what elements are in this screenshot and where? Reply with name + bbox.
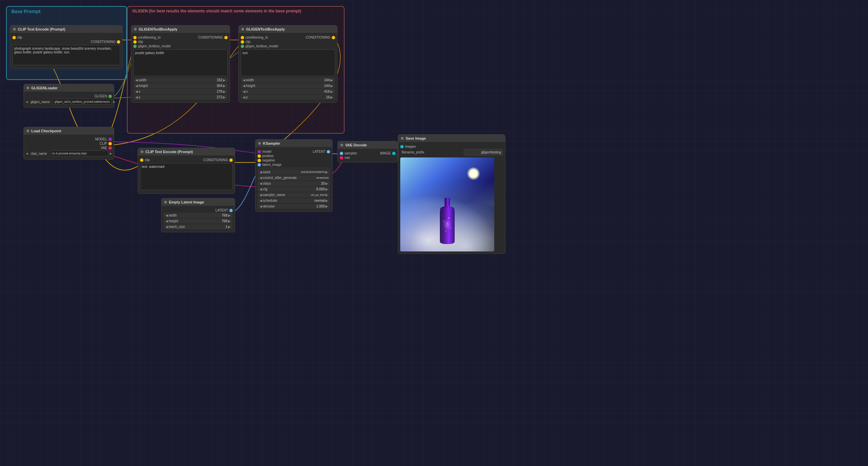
gtb2-height-slider[interactable]: ◀ height 144 ▶ — [241, 83, 335, 88]
el-width-left[interactable]: ◀ — [165, 214, 169, 217]
si-filename-value[interactable]: gligen/testing — [464, 149, 503, 155]
gtb2-clip-circle — [241, 40, 244, 44]
gtb2-y-slider[interactable]: ◀ y 16 ▶ — [241, 95, 335, 100]
ks-control-left[interactable]: ◀ — [259, 176, 263, 180]
gligen-textbox-1-node: GLIGENTextBoxApply conditioning_to CONDI… — [131, 25, 230, 103]
gligen-name-arrow-right[interactable]: ▶ — [113, 100, 115, 103]
clip-output-label: CLIP — [98, 142, 108, 145]
ks-cfg-slider[interactable]: ◀ cfg 8.000 ▶ — [257, 187, 330, 192]
gtb1-x-right[interactable]: ▶ — [222, 90, 226, 93]
gtb2-x-slider[interactable]: ◀ x 416 ▶ — [241, 89, 335, 94]
gtb1-cond-out-circle — [224, 36, 228, 39]
si-images-label: images — [404, 145, 417, 148]
ckpt-arrow-right[interactable]: ▶ — [110, 152, 112, 155]
ks-sampler-left[interactable]: ◀ — [259, 193, 263, 197]
gligen-textbox-2-node: GLIGENTextBoxApply conditioning_to CONDI… — [239, 25, 338, 103]
ks-denoise-right[interactable]: ▶ — [325, 205, 329, 208]
ks-scheduler-slider[interactable]: ◀ scheduler normal ▶ — [257, 198, 330, 203]
ckpt-name-select[interactable]: ◀ ckpt_name v1-5-pruned-emaonly.ckpt ▶ — [26, 150, 112, 156]
el-height-left[interactable]: ◀ — [165, 219, 169, 223]
ks-scheduler-left[interactable]: ◀ — [259, 199, 263, 203]
gligen-output-port: GLIGEN — [26, 94, 112, 98]
gtb2-width-slider[interactable]: ◀ width 144 ▶ — [241, 77, 335, 83]
ks-sampler-slider[interactable]: ◀ sampler_name uni_pc_bh2 ▶ — [257, 192, 330, 197]
neg-text[interactable]: text, watermark — [140, 163, 233, 190]
gtb1-x-slider[interactable]: ◀ x 176 ▶ — [133, 89, 228, 94]
gtb2-cond-label: conditioning_to — [244, 36, 269, 39]
el-batch-right[interactable]: ▶ — [227, 225, 231, 229]
base-prompt-text[interactable]: photograph scenery landscape, snow beaut… — [12, 45, 120, 65]
base-prompt-title: Base Prompt — [9, 8, 42, 15]
gtb1-width-right[interactable]: ▶ — [222, 78, 226, 82]
gtb2-text[interactable]: sun — [241, 49, 335, 76]
vd-image-out-circle — [392, 152, 396, 155]
ks-seed-slider[interactable]: ◀ seed 1023216319780679 ▶ — [257, 169, 330, 175]
gtb2-width-right[interactable]: ▶ — [330, 78, 334, 82]
gtb1-text[interactable]: purple galaxy bottle — [133, 49, 228, 76]
gligen-textbox-2-dot — [241, 28, 244, 31]
preview-sun — [467, 167, 480, 180]
gtb2-cond-circle — [241, 36, 244, 39]
gtb2-height-val: 144 — [320, 84, 330, 88]
clip-text-encode-base-node: CLIP Text Encode (Prompt) clip CONDITION… — [10, 25, 123, 69]
ks-seed-left[interactable]: ◀ — [259, 170, 263, 174]
ks-sampler-right[interactable]: ▶ — [325, 193, 329, 197]
gligen-name-arrow-left[interactable]: ◀ — [26, 100, 28, 103]
ks-scheduler-right[interactable]: ▶ — [325, 199, 329, 203]
gtb1-x-left[interactable]: ◀ — [135, 90, 139, 93]
gtb2-height-left[interactable]: ◀ — [242, 84, 246, 88]
gtb1-height-slider[interactable]: ◀ height 304 ▶ — [133, 83, 228, 88]
gtb2-y-left[interactable]: ◀ — [242, 95, 246, 99]
ks-denoise-slider[interactable]: ◀ denoise 1.000 ▶ — [257, 204, 330, 209]
gtb1-y-slider[interactable]: ◀ y 272 ▶ — [133, 95, 228, 100]
si-filename-row: filename_prefix gligen/testing — [400, 149, 503, 155]
el-height-right[interactable]: ▶ — [227, 219, 231, 223]
gligen-loader-node: GLIGENLoader GLIGEN ◀ gligen_name gligen… — [24, 84, 114, 108]
svg-point-6 — [446, 222, 448, 224]
gtb1-height-right[interactable]: ▶ — [222, 84, 226, 88]
ks-cfg-right[interactable]: ▶ — [325, 187, 329, 191]
ks-steps-label: steps — [263, 182, 315, 185]
ks-steps-right[interactable]: ▶ — [325, 182, 329, 185]
gtb1-x-val: 176 — [212, 90, 222, 93]
gtb1-y-right[interactable]: ▶ — [222, 95, 226, 99]
ks-scheduler-val: normal — [314, 199, 325, 203]
gtb2-gligen-circle — [241, 45, 244, 48]
ks-seed-right[interactable]: ▶ — [325, 170, 329, 174]
ks-steps-slider[interactable]: ◀ steps 20 ▶ — [257, 181, 330, 186]
clip-text-encode-base-title: CLIP Text Encode (Prompt) — [18, 27, 65, 31]
el-width-right[interactable]: ▶ — [227, 214, 231, 217]
el-width-slider[interactable]: ◀ width 768 ▶ — [163, 213, 233, 218]
gtb1-width-slider[interactable]: ◀ width 192 ▶ — [133, 77, 228, 83]
gtb2-height-right[interactable]: ▶ — [330, 84, 334, 88]
gtb2-x-left[interactable]: ◀ — [242, 90, 246, 93]
el-batch-slider[interactable]: ◀ batch_size 1 ▶ — [163, 224, 233, 229]
ks-control-row[interactable]: ◀ control_after_generate randomize — [257, 175, 330, 180]
gtb1-y-val: 272 — [212, 95, 222, 99]
ks-denoise-left[interactable]: ◀ — [259, 205, 263, 208]
ks-neg-label: negative — [261, 158, 276, 162]
gtb1-height-left[interactable]: ◀ — [135, 84, 139, 88]
ckpt-arrow-left[interactable]: ◀ — [26, 152, 28, 155]
gligen-textbox-2-header: GLIGENTextBoxApply — [239, 26, 337, 33]
el-height-slider[interactable]: ◀ height 768 ▶ — [163, 219, 233, 224]
gtb2-height-label: height — [246, 84, 320, 88]
gtb2-gligen-input: gligen_textbox_model — [241, 44, 335, 48]
ksampler-header: KSampler — [255, 140, 332, 147]
gtb2-width-left[interactable]: ◀ — [242, 78, 246, 82]
ks-neg-port: negative — [257, 158, 330, 162]
gtb1-y-left[interactable]: ◀ — [135, 95, 139, 99]
gtb1-width-left[interactable]: ◀ — [135, 78, 139, 82]
neg-clip-label: clip — [144, 158, 151, 162]
gtb1-cond-input: conditioning_to CONDITIONING — [133, 36, 228, 39]
vae-decode-header: VAE Decode — [338, 141, 398, 149]
ks-cfg-left[interactable]: ◀ — [259, 187, 263, 191]
gtb2-y-right[interactable]: ▶ — [330, 95, 334, 99]
gtb2-x-right[interactable]: ▶ — [330, 90, 334, 93]
el-batch-left[interactable]: ◀ — [165, 225, 169, 229]
ks-denoise-label: denoise — [263, 205, 315, 208]
gtb1-gligen-circle — [133, 45, 137, 48]
ks-steps-left[interactable]: ◀ — [259, 182, 263, 185]
gligen-name-select[interactable]: ◀ gligen_name gligen_sd14_textbox_pruned… — [26, 99, 112, 105]
empty-latent-title: Empty Latent Image — [169, 200, 204, 204]
